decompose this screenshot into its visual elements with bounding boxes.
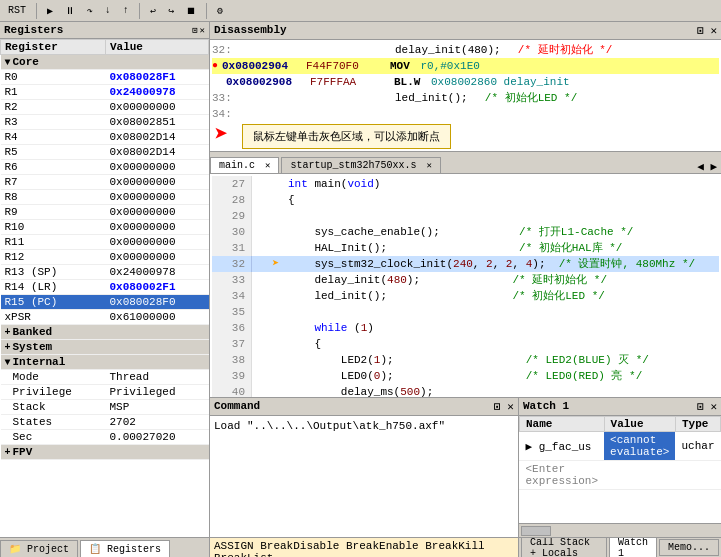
annotation-container: ➤ 鼠标左键单击灰色区域，可以添加断点	[242, 124, 451, 149]
disassembly-panel: Disassembly ⊡ ✕ 32: delay_init(480); /* …	[210, 22, 721, 152]
step-into-button[interactable]: ↓	[101, 3, 115, 18]
reg-row-r14: R14 (LR)0x080002F1	[1, 280, 209, 295]
command-output-text: Load "..\..\..\Output\atk_h750.axf"	[214, 420, 445, 432]
registers-panel: Registers ⊡ ✕ Register Value ▼Core	[0, 22, 210, 557]
reg-row-r9: R90x00000000	[1, 205, 209, 220]
scrollbar-thumb[interactable]	[521, 526, 551, 536]
pause-button[interactable]: ⏸	[61, 3, 79, 19]
rst-button[interactable]: RST	[4, 3, 30, 18]
watch-enter-expression[interactable]: <Enter expression>	[519, 461, 604, 490]
watch-row-enter-expr[interactable]: <Enter expression>	[519, 461, 720, 490]
reset-button[interactable]: ↩	[146, 3, 160, 19]
registers-tabs: 📁 Project 📋 Registers	[0, 537, 209, 557]
reg-row-r7: R70x00000000	[1, 175, 209, 190]
disasm-line-34: 34:	[212, 106, 719, 122]
step-out-button[interactable]: ↑	[119, 3, 133, 18]
toolbar-separator	[36, 3, 37, 19]
annotation-arrow-icon: ➤	[214, 120, 228, 149]
settings-button[interactable]: ⚙	[213, 3, 227, 19]
reg-row-r5: R50x08002D14	[1, 145, 209, 160]
command-title: Command	[214, 400, 260, 413]
registers-icon-2[interactable]: ✕	[200, 25, 205, 36]
watch-icon-close[interactable]: ✕	[710, 401, 717, 413]
tab-call-stack[interactable]: Call Stack + Locals	[521, 537, 607, 557]
step-over-button[interactable]: ↷	[83, 3, 97, 19]
command-header-icons: ⊡ ✕	[494, 400, 514, 413]
annotation-box: 鼠标左键单击灰色区域，可以添加断点	[242, 124, 451, 149]
main-container: Registers ⊡ ✕ Register Value ▼Core	[0, 22, 721, 557]
tab-startup[interactable]: startup_stm32h750xx.s ✕	[281, 157, 440, 173]
watch-col-value: Value	[604, 417, 675, 432]
command-input-text: ASSIGN BreakDisable BreakEnable BreakKil…	[214, 540, 485, 557]
stop-button[interactable]: ⏹	[182, 3, 200, 19]
watch-value-g-fac-us: <cannot evaluate>	[604, 432, 675, 461]
reg-row-sec: Sec0.00027020	[1, 430, 209, 445]
code-line-36: 36 while (1)	[212, 320, 719, 336]
watch-table: Name Value Type ▶ g_fac_us <cannot evalu…	[519, 416, 721, 523]
right-panel: Disassembly ⊡ ✕ 32: delay_init(480); /* …	[210, 22, 721, 557]
watch-scrollbar[interactable]	[519, 523, 721, 537]
reg-group-system[interactable]: +System	[1, 340, 209, 355]
watch-panel: Watch 1 ⊡ ✕ Name Value Type	[519, 398, 721, 557]
command-panel: Command ⊡ ✕ Load "..\..\..\Output\atk_h7…	[210, 398, 519, 557]
code-line-40: 40 delay_ms(500);	[212, 384, 719, 397]
code-nav-icons: ◀ ▶	[697, 160, 721, 173]
execution-arrow-icon: ➤	[272, 256, 288, 272]
code-panel: main.c ✕ startup_stm32h750xx.s ✕ ◀ ▶ 27 …	[210, 152, 721, 397]
code-line-39: 39 LED0(0); /* LED0(RED) 亮 */	[212, 368, 719, 384]
toolbar-separator-3	[206, 3, 207, 19]
watch-row-g-fac-us: ▶ g_fac_us <cannot evaluate> uchar	[519, 432, 720, 461]
reg-row-r2: R20x00000000	[1, 100, 209, 115]
reg-row-r8: R80x00000000	[1, 190, 209, 205]
reg-row-r3: R30x08002851	[1, 115, 209, 130]
reg-row-privilege: PrivilegePrivileged	[1, 385, 209, 400]
code-line-31: 31 HAL_Init(); /* 初始化HAL库 */	[212, 240, 719, 256]
cmd-icon-close[interactable]: ✕	[507, 401, 514, 413]
registers-icon-1[interactable]: ⊡	[192, 25, 197, 36]
command-output: Load "..\..\..\Output\atk_h750.axf"	[210, 416, 518, 537]
cmd-icon-pin[interactable]: ⊡	[494, 401, 501, 413]
reg-col-value: Value	[105, 40, 208, 55]
code-line-30: 30 sys_cache_enable(); /* 打开L1-Cache */	[212, 224, 719, 240]
tab-memo[interactable]: Memo...	[659, 539, 719, 556]
code-line-32: 32 ➤ sys_stm32_clock_init(240, 2, 2, 4);…	[212, 256, 719, 272]
tab-main-c[interactable]: main.c ✕	[210, 157, 279, 173]
code-nav-right[interactable]: ▶	[710, 161, 717, 173]
close-main-c[interactable]: ✕	[265, 161, 270, 171]
reg-row-r4: R40x08002D14	[1, 130, 209, 145]
close-startup[interactable]: ✕	[426, 161, 431, 171]
disasm-icon-close[interactable]: ✕	[710, 25, 717, 37]
reg-row-stack: StackMSP	[1, 400, 209, 415]
registers-title: Registers	[4, 24, 63, 36]
watch-title: Watch 1	[523, 400, 569, 413]
code-nav-left[interactable]: ◀	[697, 161, 704, 173]
tab-watch1[interactable]: Watch 1	[609, 537, 657, 557]
reg-row-xpsr: xPSR0x61000000	[1, 310, 209, 325]
run-button[interactable]: ▶	[43, 3, 57, 19]
restart-button[interactable]: ↪	[164, 3, 178, 19]
reg-group-fpv[interactable]: +FPV	[1, 445, 209, 460]
watch-icon-expand[interactable]: ▶	[525, 441, 532, 453]
reg-group-banked[interactable]: +Banked	[1, 325, 209, 340]
disasm-icon-pin[interactable]: ⊡	[697, 25, 704, 37]
disassembly-header: Disassembly ⊡ ✕	[210, 22, 721, 40]
reg-group-internal[interactable]: ▼Internal	[1, 355, 209, 370]
tab-registers[interactable]: 📋 Registers	[80, 540, 170, 557]
reg-group-core[interactable]: ▼Core	[1, 55, 209, 70]
reg-row-mode: ModeThread	[1, 370, 209, 385]
code-line-35: 35	[212, 304, 719, 320]
disasm-line-33: 33: led_init(); /* 初始化LED */	[212, 90, 719, 106]
registers-table: Register Value ▼Core R00x080028F1 R10x24…	[0, 39, 209, 537]
tab-project[interactable]: 📁 Project	[0, 540, 78, 557]
reg-row-r0: R00x080028F1	[1, 70, 209, 85]
watch-icon-pin[interactable]: ⊡	[697, 401, 704, 413]
watch-col-name: Name	[519, 417, 604, 432]
watch-col-type: Type	[675, 417, 720, 432]
command-input[interactable]: ASSIGN BreakDisable BreakEnable BreakKil…	[210, 537, 518, 557]
reg-col-register: Register	[1, 40, 106, 55]
registers-header-icons: ⊡ ✕	[192, 25, 205, 36]
code-line-28: 28 {	[212, 192, 719, 208]
code-line-37: 37 {	[212, 336, 719, 352]
code-line-27: 27 int main(void)	[212, 176, 719, 192]
registers-header: Registers ⊡ ✕	[0, 22, 209, 39]
